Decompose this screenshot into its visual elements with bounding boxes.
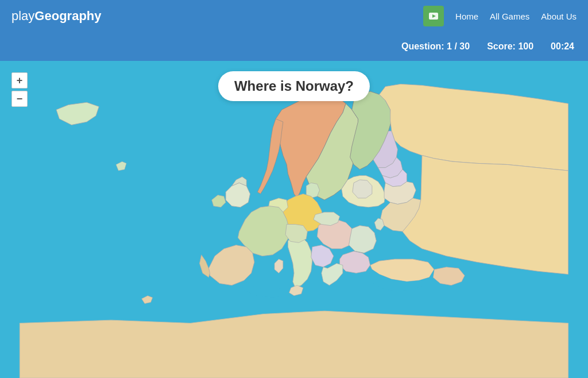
logo-play: play xyxy=(11,9,34,23)
question-info: Question: 1 / 30 xyxy=(401,41,470,52)
timer: 00:24 xyxy=(551,41,574,52)
question-value: 1 / 30 xyxy=(447,41,470,51)
nav: Home All Games About Us xyxy=(423,6,577,26)
game-container: Question: 1 / 30 Score: 100 00:24 Where … xyxy=(0,32,588,378)
logo-geo: Geography xyxy=(34,9,101,23)
question-label: Question: xyxy=(401,41,447,51)
header: playGeography Home All Games About Us xyxy=(0,0,588,32)
map-svg xyxy=(0,61,588,378)
info-bar: Question: 1 / 30 Score: 100 00:24 xyxy=(0,32,588,61)
nav-game-icon[interactable] xyxy=(423,6,444,26)
map-area[interactable]: Where is Norway? + − xyxy=(0,61,588,378)
score-label: Score: xyxy=(487,41,518,51)
question-bubble: Where is Norway? xyxy=(218,71,370,101)
score-value: 100 xyxy=(518,41,533,51)
nav-all-games[interactable]: All Games xyxy=(490,11,529,21)
zoom-controls: + − xyxy=(11,72,28,107)
logo: playGeography xyxy=(11,9,102,24)
score-info: Score: 100 xyxy=(487,41,533,52)
nav-home[interactable]: Home xyxy=(455,11,478,21)
zoom-in-button[interactable]: + xyxy=(11,72,28,88)
nav-about-us[interactable]: About Us xyxy=(541,11,577,21)
zoom-out-button[interactable]: − xyxy=(11,91,28,107)
